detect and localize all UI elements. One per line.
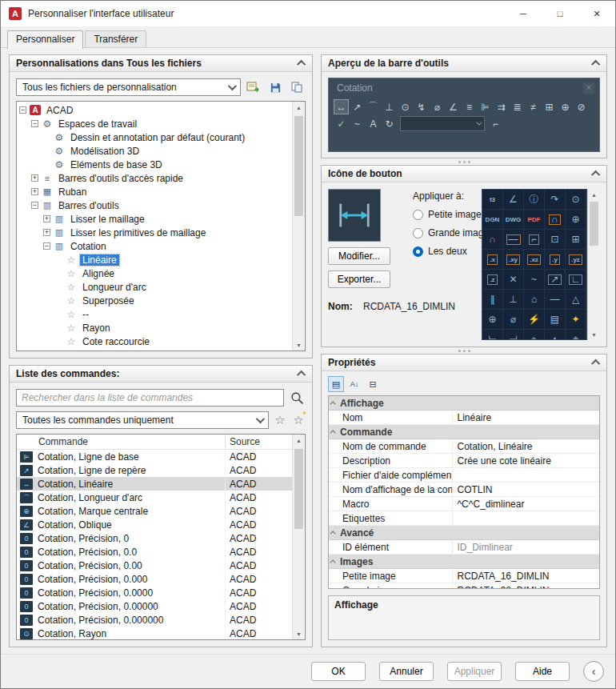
datum-right-icon[interactable]: ⊣ — [503, 330, 524, 340]
property-pages-icon[interactable]: ⊟ — [365, 376, 381, 392]
tree-node[interactable]: ☆Linéaire — [17, 253, 292, 266]
diameter-icon[interactable]: ⌀ — [503, 310, 524, 330]
wave-icon[interactable]: ~ — [524, 270, 545, 290]
quick-dim-icon[interactable]: ≡ — [462, 99, 477, 114]
new-favorites-star-icon[interactable]: ☆✦ — [291, 413, 306, 427]
property-row[interactable]: Macro^C^C_dimlinear — [329, 497, 599, 511]
collapse-chevron-icon[interactable] — [297, 60, 306, 69]
aligned-dim-icon[interactable]: ↗ — [350, 99, 365, 114]
scroll-thumb[interactable] — [294, 116, 303, 216]
tree-node[interactable]: ☆-- — [17, 307, 292, 321]
grid-dim-icon[interactable]: ⊞ — [566, 230, 586, 250]
diameter-dim-icon[interactable]: ⌀ — [430, 99, 445, 114]
minimize-button[interactable]: ─ — [505, 1, 542, 26]
apply-option[interactable]: Petite image — [413, 209, 474, 220]
dim-space-icon[interactable]: ≣ — [510, 99, 525, 114]
dash-icon[interactable]: — — [545, 290, 566, 310]
angular-dim-icon[interactable]: ∠ — [503, 190, 524, 210]
command-row[interactable]: ⌒Cotation, Longueur d'arcACAD — [17, 491, 292, 504]
dim-text-edit-icon[interactable]: ~ — [350, 116, 365, 131]
property-category[interactable]: Commande — [329, 425, 599, 439]
scroll-down-icon[interactable]: ▼ — [293, 339, 305, 351]
load-partial-file-icon[interactable] — [245, 79, 262, 95]
circle-plus-icon[interactable]: ⊕ — [482, 310, 503, 330]
triangle-icon[interactable]: △ — [566, 290, 586, 310]
tree-node[interactable]: −AACAD — [17, 103, 292, 117]
lightning-icon[interactable]: ⚡ — [524, 310, 545, 330]
dwg-file-icon[interactable]: DWG — [503, 210, 524, 230]
cross-icon[interactable]: ✕ — [503, 270, 524, 290]
extension-icon[interactable]: ⌂ — [524, 290, 545, 310]
parallel-icon[interactable]: ∥ — [482, 290, 503, 310]
toolbar-preview-panel-header[interactable]: Aperçu de la barre d'outils — [322, 55, 606, 72]
point-z-icon[interactable]: .z — [482, 270, 503, 290]
tab-personnaliser[interactable]: Personnaliser — [7, 30, 83, 49]
tree-node[interactable]: ⚙Dessin et annotation par défaut (couran… — [17, 130, 292, 144]
tree-node[interactable]: −▥Barres d'outils — [17, 198, 292, 212]
tolerance-icon[interactable]: ⊞ — [542, 99, 557, 114]
pdf-file-icon[interactable]: PDF — [524, 210, 545, 230]
command-row[interactable]: 0Cotation, Précision, 0.000ACAD — [17, 572, 292, 586]
radius-dim-icon[interactable]: ⊙ — [398, 99, 413, 114]
collapse-chevron-icon[interactable] — [591, 170, 600, 179]
apply-button[interactable]: Appliquer — [447, 662, 502, 681]
property-row[interactable]: Nom de commandeCotation, Linéaire — [329, 439, 599, 454]
ordinate-dim-icon[interactable]: ⊥ — [382, 99, 397, 114]
ok-button[interactable]: OK — [311, 662, 366, 681]
help-button[interactable]: Aide — [515, 662, 570, 681]
inspection-icon[interactable]: ⊘ — [574, 99, 589, 114]
tree-node[interactable]: ☆Rayon — [17, 321, 292, 334]
command-row[interactable]: 0Cotation, Précision, 0.0000ACAD — [17, 586, 292, 599]
tree-node[interactable]: +▦Ruban — [17, 185, 292, 198]
panel-splitter[interactable] — [321, 158, 607, 165]
perpendicular-icon[interactable]: ⊥ — [503, 290, 524, 310]
command-row[interactable]: ↔Cotation, LinéaireACAD — [17, 477, 292, 491]
property-category[interactable]: Affichage — [329, 396, 599, 411]
search-icon[interactable] — [288, 390, 306, 406]
dim-edit-icon[interactable]: ✓ — [334, 116, 349, 131]
point-xz-icon[interactable]: .xz — [524, 250, 545, 270]
dim-style-combo[interactable] — [400, 116, 485, 131]
radius-icon[interactable]: ⊙ — [566, 190, 586, 210]
command-list-scrollbar[interactable]: ▲ ▼ — [292, 435, 305, 639]
button-icon-panel-header[interactable]: Icône de bouton — [322, 166, 606, 182]
command-row[interactable]: ↗Cotation, Ligne de repèreACAD — [17, 463, 292, 477]
property-row[interactable]: Etiquettes — [329, 511, 599, 526]
tab-transférer[interactable]: Transférer — [85, 30, 146, 48]
collapse-dialog-button[interactable]: ‹ — [583, 661, 604, 682]
corner-dim-icon[interactable]: ⌐ — [524, 230, 545, 250]
leader-icon[interactable]: ↗ — [545, 270, 566, 290]
apply-option[interactable]: Les deux — [413, 246, 474, 257]
tree-node[interactable]: +▥Lisser les primitives de maillage — [17, 226, 292, 239]
tree-node[interactable]: ☆Longueur d'arc — [17, 280, 292, 294]
command-row[interactable]: ⊕Cotation, Marque centraleACAD — [17, 504, 292, 518]
dim-update-icon[interactable]: ↻ — [382, 116, 397, 131]
panel-splitter[interactable] — [321, 347, 607, 354]
save-all-files-icon[interactable] — [266, 79, 284, 95]
customization-file-combo[interactable]: Tous les fichiers de personnalisation — [16, 78, 241, 96]
list-page-icon[interactable]: ▤ — [545, 310, 566, 330]
linear-dim-icon[interactable]: ↔ — [334, 99, 349, 114]
point-x-icon[interactable]: .x — [482, 250, 503, 270]
command-row[interactable]: 0Cotation, Précision, 0.00000ACAD — [17, 599, 292, 613]
point-y-icon[interactable]: .y — [545, 250, 566, 270]
tree-minus-expander-icon[interactable]: − — [43, 242, 50, 250]
categorized-view-icon[interactable]: ▤ — [328, 376, 344, 392]
close-button[interactable]: ✕ — [578, 1, 615, 26]
baseline-dim-icon[interactable]: ⊫ — [478, 99, 493, 114]
dim-line-icon[interactable]: — — [503, 230, 524, 250]
properties-panel-header[interactable]: Propriétés — [322, 355, 606, 371]
center-target-icon[interactable]: ⊕ — [566, 210, 586, 230]
customizations-panel-header[interactable]: Personnalisations dans Tous les fichiers — [10, 55, 312, 72]
scroll-down-icon[interactable]: ▼ — [588, 329, 600, 340]
command-row[interactable]: ∠Cotation, ObliqueACAD — [17, 518, 292, 531]
arc-delete-icon[interactable]: ∩ — [482, 230, 503, 250]
dim-break-icon[interactable]: ≠ — [526, 99, 541, 114]
center-mark-icon[interactable]: ⌖ — [524, 330, 545, 340]
property-row[interactable]: NomLinéaire — [329, 411, 599, 425]
tree-minus-expander-icon[interactable]: − — [19, 106, 26, 114]
tree-minus-expander-icon[interactable]: − — [31, 202, 38, 209]
point-yz-icon[interactable]: .yz — [566, 250, 586, 270]
tree-plus-expander-icon[interactable]: + — [43, 229, 50, 236]
command-filter-combo[interactable]: Toutes les commandes uniquement — [16, 411, 269, 429]
